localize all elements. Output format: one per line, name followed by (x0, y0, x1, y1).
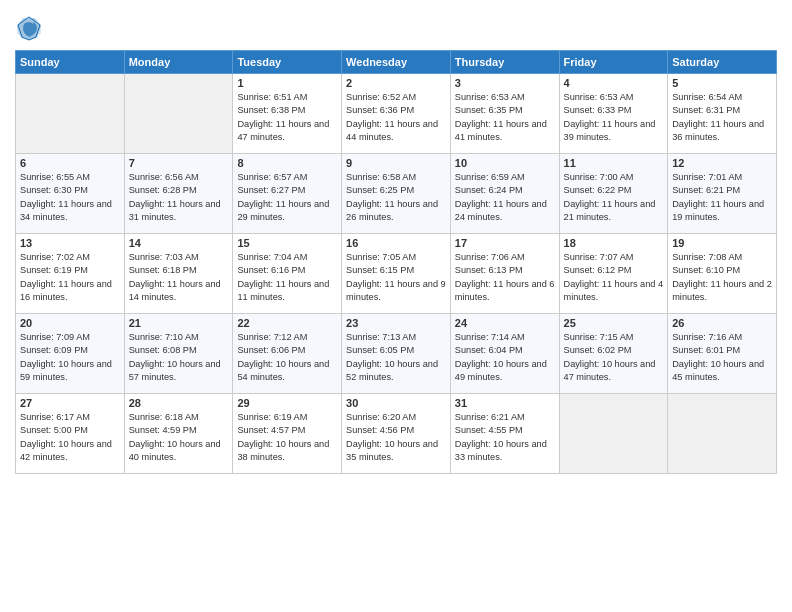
week-row-1: 1Sunrise: 6:51 AM Sunset: 6:38 PM Daylig… (16, 74, 777, 154)
day-cell: 14Sunrise: 7:03 AM Sunset: 6:18 PM Dayli… (124, 234, 233, 314)
page: SundayMondayTuesdayWednesdayThursdayFrid… (0, 0, 792, 612)
day-cell: 19Sunrise: 7:08 AM Sunset: 6:10 PM Dayli… (668, 234, 777, 314)
day-info: Sunrise: 7:12 AM Sunset: 6:06 PM Dayligh… (237, 331, 337, 384)
logo (15, 14, 47, 42)
day-number: 30 (346, 397, 446, 409)
day-info: Sunrise: 7:10 AM Sunset: 6:08 PM Dayligh… (129, 331, 229, 384)
day-info: Sunrise: 6:53 AM Sunset: 6:35 PM Dayligh… (455, 91, 555, 144)
day-cell: 26Sunrise: 7:16 AM Sunset: 6:01 PM Dayli… (668, 314, 777, 394)
day-info: Sunrise: 6:54 AM Sunset: 6:31 PM Dayligh… (672, 91, 772, 144)
day-number: 4 (564, 77, 664, 89)
day-info: Sunrise: 7:03 AM Sunset: 6:18 PM Dayligh… (129, 251, 229, 304)
day-number: 31 (455, 397, 555, 409)
day-cell: 5Sunrise: 6:54 AM Sunset: 6:31 PM Daylig… (668, 74, 777, 154)
day-number: 2 (346, 77, 446, 89)
day-number: 22 (237, 317, 337, 329)
day-cell: 15Sunrise: 7:04 AM Sunset: 6:16 PM Dayli… (233, 234, 342, 314)
day-cell: 25Sunrise: 7:15 AM Sunset: 6:02 PM Dayli… (559, 314, 668, 394)
day-cell: 28Sunrise: 6:18 AM Sunset: 4:59 PM Dayli… (124, 394, 233, 474)
day-number: 17 (455, 237, 555, 249)
day-info: Sunrise: 6:17 AM Sunset: 5:00 PM Dayligh… (20, 411, 120, 464)
day-number: 27 (20, 397, 120, 409)
day-cell: 4Sunrise: 6:53 AM Sunset: 6:33 PM Daylig… (559, 74, 668, 154)
day-cell: 8Sunrise: 6:57 AM Sunset: 6:27 PM Daylig… (233, 154, 342, 234)
day-cell (16, 74, 125, 154)
day-number: 29 (237, 397, 337, 409)
day-cell (559, 394, 668, 474)
day-info: Sunrise: 7:00 AM Sunset: 6:22 PM Dayligh… (564, 171, 664, 224)
day-info: Sunrise: 6:21 AM Sunset: 4:55 PM Dayligh… (455, 411, 555, 464)
day-number: 16 (346, 237, 446, 249)
day-number: 23 (346, 317, 446, 329)
day-cell (668, 394, 777, 474)
day-cell: 30Sunrise: 6:20 AM Sunset: 4:56 PM Dayli… (342, 394, 451, 474)
day-cell: 11Sunrise: 7:00 AM Sunset: 6:22 PM Dayli… (559, 154, 668, 234)
day-number: 8 (237, 157, 337, 169)
day-number: 15 (237, 237, 337, 249)
day-info: Sunrise: 7:04 AM Sunset: 6:16 PM Dayligh… (237, 251, 337, 304)
day-number: 21 (129, 317, 229, 329)
day-info: Sunrise: 7:13 AM Sunset: 6:05 PM Dayligh… (346, 331, 446, 384)
week-row-3: 13Sunrise: 7:02 AM Sunset: 6:19 PM Dayli… (16, 234, 777, 314)
day-number: 14 (129, 237, 229, 249)
day-info: Sunrise: 7:08 AM Sunset: 6:10 PM Dayligh… (672, 251, 772, 304)
day-cell: 18Sunrise: 7:07 AM Sunset: 6:12 PM Dayli… (559, 234, 668, 314)
day-cell: 27Sunrise: 6:17 AM Sunset: 5:00 PM Dayli… (16, 394, 125, 474)
day-info: Sunrise: 6:55 AM Sunset: 6:30 PM Dayligh… (20, 171, 120, 224)
day-cell: 13Sunrise: 7:02 AM Sunset: 6:19 PM Dayli… (16, 234, 125, 314)
col-header-friday: Friday (559, 51, 668, 74)
day-number: 18 (564, 237, 664, 249)
day-number: 7 (129, 157, 229, 169)
day-info: Sunrise: 6:59 AM Sunset: 6:24 PM Dayligh… (455, 171, 555, 224)
col-header-tuesday: Tuesday (233, 51, 342, 74)
day-cell: 12Sunrise: 7:01 AM Sunset: 6:21 PM Dayli… (668, 154, 777, 234)
day-cell: 22Sunrise: 7:12 AM Sunset: 6:06 PM Dayli… (233, 314, 342, 394)
day-info: Sunrise: 7:06 AM Sunset: 6:13 PM Dayligh… (455, 251, 555, 304)
day-cell (124, 74, 233, 154)
day-cell: 10Sunrise: 6:59 AM Sunset: 6:24 PM Dayli… (450, 154, 559, 234)
day-number: 3 (455, 77, 555, 89)
day-number: 19 (672, 237, 772, 249)
day-cell: 3Sunrise: 6:53 AM Sunset: 6:35 PM Daylig… (450, 74, 559, 154)
week-row-5: 27Sunrise: 6:17 AM Sunset: 5:00 PM Dayli… (16, 394, 777, 474)
day-number: 26 (672, 317, 772, 329)
day-number: 20 (20, 317, 120, 329)
day-info: Sunrise: 6:19 AM Sunset: 4:57 PM Dayligh… (237, 411, 337, 464)
day-cell: 1Sunrise: 6:51 AM Sunset: 6:38 PM Daylig… (233, 74, 342, 154)
day-cell: 20Sunrise: 7:09 AM Sunset: 6:09 PM Dayli… (16, 314, 125, 394)
day-info: Sunrise: 7:09 AM Sunset: 6:09 PM Dayligh… (20, 331, 120, 384)
col-header-thursday: Thursday (450, 51, 559, 74)
logo-icon (15, 14, 43, 42)
day-number: 28 (129, 397, 229, 409)
day-info: Sunrise: 7:02 AM Sunset: 6:19 PM Dayligh… (20, 251, 120, 304)
header (15, 10, 777, 42)
day-info: Sunrise: 7:16 AM Sunset: 6:01 PM Dayligh… (672, 331, 772, 384)
day-cell: 21Sunrise: 7:10 AM Sunset: 6:08 PM Dayli… (124, 314, 233, 394)
day-number: 6 (20, 157, 120, 169)
day-cell: 17Sunrise: 7:06 AM Sunset: 6:13 PM Dayli… (450, 234, 559, 314)
col-header-sunday: Sunday (16, 51, 125, 74)
day-number: 24 (455, 317, 555, 329)
day-info: Sunrise: 6:51 AM Sunset: 6:38 PM Dayligh… (237, 91, 337, 144)
day-number: 9 (346, 157, 446, 169)
day-info: Sunrise: 6:53 AM Sunset: 6:33 PM Dayligh… (564, 91, 664, 144)
day-cell: 24Sunrise: 7:14 AM Sunset: 6:04 PM Dayli… (450, 314, 559, 394)
day-info: Sunrise: 7:07 AM Sunset: 6:12 PM Dayligh… (564, 251, 664, 304)
day-info: Sunrise: 6:57 AM Sunset: 6:27 PM Dayligh… (237, 171, 337, 224)
day-info: Sunrise: 6:58 AM Sunset: 6:25 PM Dayligh… (346, 171, 446, 224)
day-number: 5 (672, 77, 772, 89)
day-info: Sunrise: 7:01 AM Sunset: 6:21 PM Dayligh… (672, 171, 772, 224)
day-cell: 9Sunrise: 6:58 AM Sunset: 6:25 PM Daylig… (342, 154, 451, 234)
day-info: Sunrise: 6:18 AM Sunset: 4:59 PM Dayligh… (129, 411, 229, 464)
day-cell: 7Sunrise: 6:56 AM Sunset: 6:28 PM Daylig… (124, 154, 233, 234)
day-info: Sunrise: 7:15 AM Sunset: 6:02 PM Dayligh… (564, 331, 664, 384)
week-row-4: 20Sunrise: 7:09 AM Sunset: 6:09 PM Dayli… (16, 314, 777, 394)
calendar-header-row: SundayMondayTuesdayWednesdayThursdayFrid… (16, 51, 777, 74)
day-cell: 6Sunrise: 6:55 AM Sunset: 6:30 PM Daylig… (16, 154, 125, 234)
day-cell: 31Sunrise: 6:21 AM Sunset: 4:55 PM Dayli… (450, 394, 559, 474)
day-cell: 16Sunrise: 7:05 AM Sunset: 6:15 PM Dayli… (342, 234, 451, 314)
week-row-2: 6Sunrise: 6:55 AM Sunset: 6:30 PM Daylig… (16, 154, 777, 234)
day-info: Sunrise: 6:20 AM Sunset: 4:56 PM Dayligh… (346, 411, 446, 464)
day-number: 25 (564, 317, 664, 329)
day-cell: 23Sunrise: 7:13 AM Sunset: 6:05 PM Dayli… (342, 314, 451, 394)
